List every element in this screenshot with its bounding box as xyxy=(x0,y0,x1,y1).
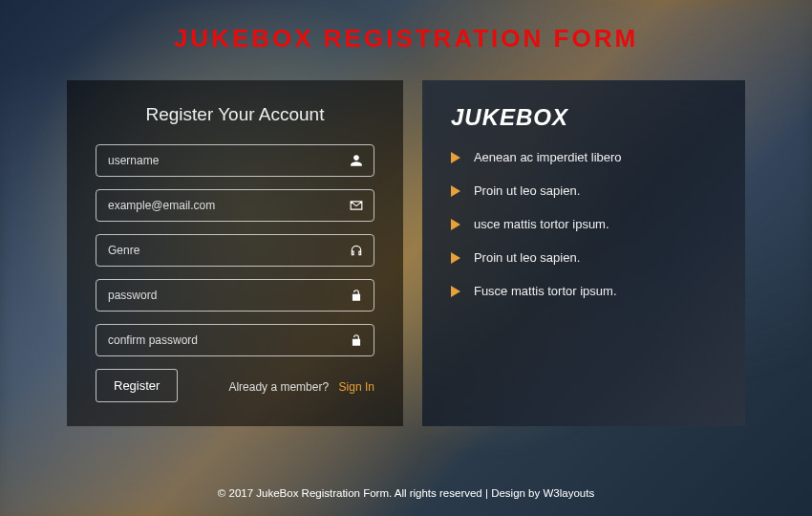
list-item: Proin ut leo sapien. xyxy=(451,183,716,198)
feature-text: Aenean ac imperdiet libero xyxy=(474,150,622,164)
play-icon xyxy=(451,185,460,197)
footer-text: © 2017 JukeBox Registration Form. All ri… xyxy=(218,487,544,499)
feature-list: Aenean ac imperdiet libero Proin ut leo … xyxy=(451,150,716,298)
signin-link[interactable]: Sign In xyxy=(339,380,374,394)
headphones-icon xyxy=(350,244,363,257)
play-icon xyxy=(451,219,460,230)
list-item: usce mattis tortor ipsum. xyxy=(451,217,716,231)
feature-text: Proin ut leo sapien. xyxy=(474,250,580,265)
list-item: Proin ut leo sapien. xyxy=(451,250,716,265)
footer: © 2017 JukeBox Registration Form. All ri… xyxy=(0,487,812,499)
username-input[interactable] xyxy=(96,144,374,177)
form-footer: Register Already a member? Sign In xyxy=(96,369,374,402)
envelope-icon xyxy=(350,199,363,212)
email-field-wrap xyxy=(96,189,374,222)
play-icon xyxy=(451,286,460,297)
footer-link[interactable]: W3layouts xyxy=(543,487,594,499)
username-field-wrap xyxy=(96,144,374,177)
member-text: Already a member? xyxy=(228,380,329,394)
list-item: Fusce mattis tortor ipsum. xyxy=(451,284,716,298)
confirm-field-wrap xyxy=(96,324,374,356)
password-field-wrap xyxy=(96,279,374,312)
genre-input[interactable] xyxy=(96,234,374,267)
feature-text: usce mattis tortor ipsum. xyxy=(474,217,609,231)
lock-open-icon xyxy=(350,289,363,302)
register-button[interactable]: Register xyxy=(96,369,178,402)
feature-text: Fusce mattis tortor ipsum. xyxy=(474,284,617,298)
play-icon xyxy=(451,252,460,264)
password-input[interactable] xyxy=(96,279,374,312)
register-panel: Register Your Account xyxy=(67,80,403,426)
feature-text: Proin ut leo sapien. xyxy=(474,183,580,198)
confirm-password-input[interactable] xyxy=(96,324,374,356)
user-icon xyxy=(350,154,363,167)
play-icon xyxy=(451,152,460,163)
form-heading: Register Your Account xyxy=(96,104,374,125)
lock-open-icon xyxy=(350,333,363,347)
genre-field-wrap xyxy=(96,234,374,267)
email-input[interactable] xyxy=(96,189,374,222)
brand-title: JUKEBOX xyxy=(451,104,716,131)
page-title: JUKEBOX REGISTRATION FORM xyxy=(67,24,745,54)
panels-container: Register Your Account xyxy=(67,80,745,426)
info-panel: JUKEBOX Aenean ac imperdiet libero Proin… xyxy=(422,80,745,426)
list-item: Aenean ac imperdiet libero xyxy=(451,150,716,164)
